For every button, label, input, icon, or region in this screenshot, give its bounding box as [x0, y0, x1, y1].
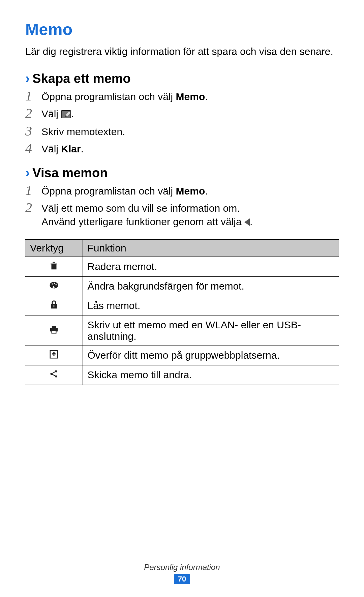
text-fragment: Använd ytterligare funktioner genom att … [41, 216, 244, 227]
svg-rect-8 [52, 326, 56, 328]
intro-text: Lär dig registrera viktig information fö… [25, 45, 339, 58]
print-icon [49, 324, 59, 334]
tool-icon-cell [25, 346, 83, 365]
step-item: Öppna programlistan och välj Memo. [25, 89, 339, 104]
text-fragment: Välj [41, 108, 61, 119]
tool-desc: Överför ditt memo på gruppwebbplatserna. [83, 346, 339, 365]
compose-icon [61, 108, 71, 122]
subheading-row-view: › Visa memon [25, 166, 339, 180]
footer-section-label: Personlig information [0, 563, 364, 572]
trash-icon [49, 261, 59, 271]
step-item: Välj . [25, 106, 339, 122]
step-item: Skriv memotexten. [25, 124, 339, 139]
text-fragment: . [205, 91, 208, 102]
upload-icon [49, 349, 59, 359]
svg-rect-6 [54, 305, 55, 307]
step-item: Öppna programlistan och välj Memo. [25, 183, 339, 198]
chevron-right-icon: › [25, 71, 30, 85]
svg-point-2 [52, 283, 53, 285]
tools-table: Verktyg Funktion Radera memot. Ä [25, 239, 339, 385]
tool-icon-cell [25, 365, 83, 385]
page-number-badge: 70 [174, 574, 190, 584]
step-item: Välj ett memo som du vill se information… [25, 200, 339, 229]
text-fragment: . [205, 185, 208, 197]
lock-icon [49, 300, 59, 310]
table-header-tool: Verktyg [25, 239, 83, 257]
text-line: Välj ett memo som du vill se information… [41, 202, 252, 215]
step-item: Välj Klar. [25, 141, 339, 156]
tool-desc: Skicka memo till andra. [83, 365, 339, 385]
subheading-row-create: › Skapa ett memo [25, 71, 339, 86]
tool-desc: Skriv ut ett memo med en WLAN- eller en … [83, 316, 339, 346]
table-row: Radera memot. [25, 257, 339, 277]
tool-icon-cell [25, 276, 83, 296]
share-icon [49, 369, 59, 379]
table-row: Skicka memo till andra. [25, 365, 339, 385]
svg-point-3 [54, 282, 55, 284]
svg-rect-9 [52, 331, 56, 333]
table-header-row: Verktyg Funktion [25, 239, 339, 257]
text-fragment: Välj [41, 143, 61, 154]
page-footer: Personlig information 70 [0, 563, 364, 584]
chevron-right-icon: › [25, 166, 30, 179]
step-text: Skriv memotexten. [41, 124, 125, 139]
table-row: Ändra bakgrundsfärgen för memot. [25, 276, 339, 296]
text-bold: Memo [176, 185, 205, 197]
step-text: Välj Klar. [41, 141, 84, 156]
table-header-function: Funktion [83, 239, 339, 257]
text-fragment: Öppna programlistan och välj [41, 91, 176, 102]
text-bold: Memo [176, 91, 205, 102]
step-text: Välj . [41, 106, 74, 122]
tool-desc: Lås memot. [83, 296, 339, 316]
subheading-view: Visa memon [32, 166, 108, 180]
text-fragment: . [81, 143, 84, 154]
steps-create: Öppna programlistan och välj Memo. Välj … [25, 89, 339, 156]
text-fragment: . [250, 216, 252, 227]
tool-icon-cell [25, 257, 83, 277]
table-row: Överför ditt memo på gruppwebbplatserna. [25, 346, 339, 365]
step-text: Öppna programlistan och välj Memo. [41, 89, 208, 104]
text-line: Använd ytterligare funktioner genom att … [41, 215, 252, 229]
svg-rect-0 [61, 111, 71, 118]
table-row: Skriv ut ett memo med en WLAN- eller en … [25, 316, 339, 346]
text-fragment: Öppna programlistan och välj [41, 185, 176, 197]
triangle-left-icon [244, 218, 250, 226]
step-text: Välj ett memo som du vill se information… [41, 200, 252, 229]
svg-point-4 [55, 284, 57, 285]
manual-page: Memo Lär dig registrera viktig informati… [0, 0, 364, 597]
tool-icon-cell [25, 296, 83, 316]
subheading-create: Skapa ett memo [32, 71, 130, 86]
step-text: Öppna programlistan och välj Memo. [41, 183, 208, 198]
page-title: Memo [25, 20, 339, 39]
text-fragment: . [71, 108, 74, 119]
tool-desc: Radera memot. [83, 257, 339, 277]
tool-desc: Ändra bakgrundsfärgen för memot. [83, 276, 339, 296]
table-row: Lås memot. [25, 296, 339, 316]
tool-icon-cell [25, 316, 83, 346]
text-bold: Klar [61, 143, 81, 154]
steps-view: Öppna programlistan och välj Memo. Välj … [25, 183, 339, 229]
palette-icon [49, 280, 59, 290]
